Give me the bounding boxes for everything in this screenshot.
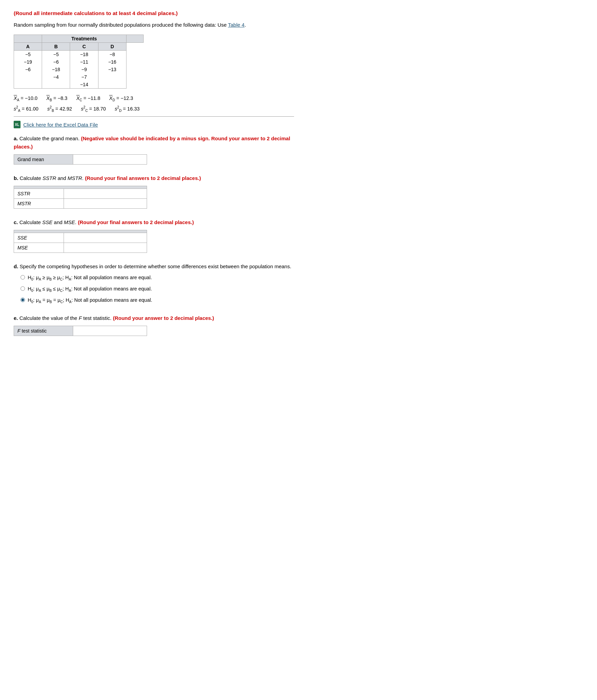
question-b: b. Calculate SSTR and MSTR. (Round your …	[14, 174, 294, 209]
sse-input[interactable]	[67, 234, 143, 241]
radio-input-1[interactable]	[21, 275, 25, 280]
stats-row-variances: s2A = 61.00 s2B = 42.92 s2C = 18.70 s2D …	[14, 104, 294, 114]
table-row: −14	[14, 81, 144, 89]
grand-mean-input[interactable]	[77, 156, 143, 163]
mstr-input[interactable]	[67, 200, 143, 207]
radio-label-1: H0: μA ≥ μB ≥ μC; HA: Not all population…	[28, 274, 152, 282]
excel-icon: XL	[14, 121, 21, 128]
xbar-a: XA = −10.0	[14, 93, 38, 104]
col-d: D	[98, 42, 126, 50]
f-stat-label: F test statistic	[14, 326, 73, 336]
table-row: −4−7	[14, 73, 144, 81]
mstr-row: MSTR	[14, 199, 147, 209]
sstr-mstr-table: SSTR MSTR	[14, 186, 147, 209]
question-b-label: b. Calculate SSTR and MSTR. (Round your …	[14, 174, 294, 182]
intro-text: Random sampling from four normally distr…	[14, 21, 294, 29]
table-row: −19−6−11−16	[14, 58, 144, 66]
s2-a: s2A = 61.00	[14, 104, 38, 114]
radio-label-2: H0: μA ≤ μB ≤ μC; HA: Not all population…	[28, 285, 152, 293]
rounding-notice: (Round all intermediate calculations to …	[14, 10, 294, 16]
mse-input-cell[interactable]	[64, 243, 147, 253]
grand-mean-table: Grand mean	[14, 154, 147, 165]
sse-mse-table: SSE MSE	[14, 230, 147, 253]
grand-mean-label: Grand mean	[14, 155, 73, 165]
mstr-label: MSTR	[14, 199, 64, 209]
s2-b: s2B = 42.92	[47, 104, 72, 114]
sstr-input-cell[interactable]	[64, 189, 147, 199]
f-stat-input[interactable]	[77, 327, 143, 334]
xbar-c: XC = −11.8	[76, 93, 100, 104]
question-d: d. Specify the competing hypotheses in o…	[14, 262, 294, 304]
sstr-row: SSTR	[14, 189, 147, 199]
table-row: −6−18−9−13	[14, 66, 144, 73]
radio-input-3[interactable]	[21, 298, 25, 302]
radio-option-2[interactable]: H0: μA ≤ μB ≤ μC; HA: Not all population…	[21, 285, 294, 293]
excel-link-label: Click here for the Excel Data File	[23, 122, 98, 128]
sse-input-cell[interactable]	[64, 233, 147, 243]
sstr-label: SSTR	[14, 189, 64, 199]
grand-mean-row: Grand mean	[14, 155, 147, 165]
f-stat-table: F test statistic	[14, 326, 147, 336]
question-a-label: a. Calculate the grand mean. (Negative v…	[14, 134, 294, 151]
radio-option-1[interactable]: H0: μA ≥ μB ≥ μC; HA: Not all population…	[21, 274, 294, 282]
xbar-d: XD = −12.3	[109, 93, 133, 104]
col-c: C	[70, 42, 98, 50]
question-c: c. Calculate SSE and MSE. (Round your fi…	[14, 218, 294, 253]
col-b: B	[42, 42, 70, 50]
stats-row-means: XA = −10.0 XB = −8.3 XC = −11.8 XD = −12…	[14, 93, 294, 104]
radio-label-3: H0: μA = μB = μC; HA: Not all population…	[28, 297, 152, 304]
radio-group: H0: μA ≥ μB ≥ μC; HA: Not all population…	[21, 274, 294, 304]
sse-row: SSE	[14, 233, 147, 243]
table-row: −5−5−18−8	[14, 50, 144, 58]
table4-link[interactable]: Table 4	[228, 22, 244, 28]
sstr-mstr-header	[14, 186, 147, 189]
grand-mean-input-cell[interactable]	[73, 155, 147, 165]
sse-mse-header	[14, 230, 147, 233]
s2-d: s2D = 16.33	[115, 104, 140, 114]
radio-option-3[interactable]: H0: μA = μB = μC; HA: Not all population…	[21, 297, 294, 304]
sse-label: SSE	[14, 233, 64, 243]
treatments-header: Treatments	[42, 35, 127, 42]
sstr-input[interactable]	[67, 190, 143, 197]
question-e-label: e. Calculate the value of the F test sta…	[14, 314, 294, 322]
xbar-b: XB = −8.3	[47, 93, 68, 104]
mse-label: MSE	[14, 243, 64, 253]
excel-link[interactable]: XL Click here for the Excel Data File	[14, 121, 294, 128]
mse-input[interactable]	[67, 244, 143, 251]
divider	[14, 116, 294, 117]
question-d-label: d. Specify the competing hypotheses in o…	[14, 262, 294, 271]
data-table-wrapper: Treatments A B C D −5−5−18−8 −19−6−11−16…	[14, 35, 294, 89]
radio-input-2[interactable]	[21, 286, 25, 291]
mse-row: MSE	[14, 243, 147, 253]
question-c-label: c. Calculate SSE and MSE. (Round your fi…	[14, 218, 294, 226]
mstr-input-cell[interactable]	[64, 199, 147, 209]
intro-after-link: .	[244, 22, 246, 28]
data-table: Treatments A B C D −5−5−18−8 −19−6−11−16…	[14, 35, 144, 89]
f-stat-input-cell[interactable]	[73, 326, 147, 336]
question-e: e. Calculate the value of the F test sta…	[14, 314, 294, 336]
s2-c: s2C = 18.70	[81, 104, 106, 114]
f-stat-row: F test statistic	[14, 326, 147, 336]
col-a: A	[14, 42, 42, 50]
intro-before-link: Random sampling from four normally distr…	[14, 22, 227, 28]
question-a: a. Calculate the grand mean. (Negative v…	[14, 134, 294, 165]
